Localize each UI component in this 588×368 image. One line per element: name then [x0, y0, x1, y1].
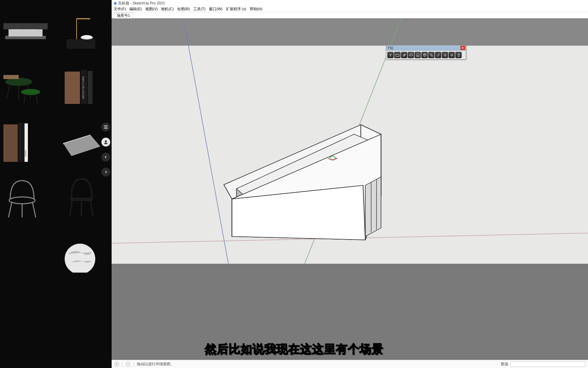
svg-rect-5 — [66, 39, 95, 49]
viewport-3d[interactable] — [112, 18, 588, 360]
svg-line-35 — [91, 200, 93, 216]
separator: | — [133, 362, 134, 366]
svg-point-59 — [431, 55, 433, 57]
chevron-right-icon[interactable] — [101, 168, 110, 177]
cloud-free-icon[interactable]: FREE — [414, 52, 421, 58]
y-icon[interactable]: Y — [387, 52, 394, 58]
menu-edit[interactable]: 编辑(E) — [129, 6, 142, 12]
svg-point-37 — [65, 244, 95, 273]
svg-marker-53 — [365, 177, 381, 236]
video-subtitle: 然后比如说我现在这这里有个场景 — [205, 341, 383, 357]
svg-text:FREE: FREE — [416, 56, 420, 57]
svg-text:DESIGN: DESIGN — [24, 150, 27, 157]
asset-rug[interactable] — [58, 119, 100, 164]
asset-globe[interactable] — [58, 228, 100, 273]
status-bar: ① | ? | 拖动以进行环绕观察。 数值 — [112, 360, 588, 368]
chevron-left-icon[interactable] — [101, 153, 110, 162]
svg-point-62 — [452, 55, 452, 56]
toolbar-title: Y站 — [388, 46, 393, 50]
folder-icon[interactable] — [394, 52, 401, 58]
settings-icon[interactable] — [448, 52, 455, 58]
menu-draw[interactable]: 绘图(R) — [177, 6, 190, 12]
asset-blank[interactable] — [3, 228, 48, 273]
asset-chair-black[interactable] — [58, 174, 100, 218]
svg-point-29 — [9, 197, 35, 204]
cloud-icon[interactable] — [408, 52, 414, 58]
extension-toolbar[interactable]: Y站 ✕ Y FREE — [386, 45, 466, 60]
avatar-icon[interactable] — [101, 138, 110, 147]
svg-point-14 — [21, 89, 40, 95]
group-icon[interactable] — [428, 52, 435, 58]
svg-point-58 — [430, 53, 431, 55]
info-icon[interactable]: ① — [114, 362, 119, 367]
measurement-input[interactable] — [510, 362, 585, 367]
trash-icon[interactable] — [455, 52, 462, 58]
svg-rect-17 — [3, 75, 19, 79]
separator: | — [122, 362, 123, 366]
menu-extensions[interactable]: 扩展程序 (x) — [226, 6, 246, 12]
svg-rect-23 — [3, 124, 18, 162]
title-bar: ◆ 无标题 - SketchUp Pro 2021 — [112, 0, 588, 6]
svg-rect-24 — [18, 123, 24, 162]
svg-rect-18 — [65, 72, 80, 104]
menu-view[interactable]: 视图(V) — [145, 6, 158, 12]
list-icon[interactable] — [101, 123, 110, 132]
menu-help[interactable]: 帮助(H) — [250, 6, 262, 12]
svg-rect-39 — [112, 18, 588, 46]
svg-line-34 — [70, 200, 72, 216]
asset-gallery[interactable]: ARCHITECTURE DESIGN — [0, 0, 100, 368]
scene-tabs: 场景号1 — [112, 12, 588, 18]
svg-rect-20 — [88, 71, 93, 104]
gear-icon[interactable] — [442, 52, 448, 58]
window-title: 无标题 - SketchUp Pro 2021 — [118, 1, 165, 6]
app-logo-icon: ◆ — [114, 1, 117, 5]
asset-chair-wire[interactable] — [3, 174, 48, 218]
leaf-icon[interactable] — [401, 52, 407, 58]
svg-line-31 — [32, 202, 36, 217]
menu-camera[interactable]: 相机(C) — [161, 6, 174, 12]
svg-rect-4 — [3, 23, 48, 29]
svg-line-15 — [24, 94, 26, 104]
status-hint: 拖动以进行环绕观察。 — [137, 362, 174, 367]
asset-nightstand-lamp[interactable] — [58, 10, 100, 55]
main-window: ◆ 无标题 - SketchUp Pro 2021 文件(F) 编辑(E) 视图… — [112, 0, 588, 368]
toolbar-header[interactable]: Y站 ✕ — [386, 45, 466, 51]
menu-tools[interactable]: 工具(T) — [193, 6, 206, 12]
svg-text:ARCHITECTURE: ARCHITECTURE — [82, 76, 84, 99]
svg-point-38 — [105, 140, 107, 142]
svg-point-60 — [444, 55, 446, 56]
menu-file[interactable]: 文件(F) — [114, 6, 126, 12]
toolbar-body: Y FREE — [386, 51, 466, 59]
asset-coffee-table[interactable] — [3, 65, 48, 109]
wrench-icon[interactable] — [435, 52, 441, 58]
cube-icon[interactable] — [421, 52, 428, 58]
svg-line-11 — [7, 83, 10, 99]
svg-rect-21 — [93, 68, 95, 104]
help-icon[interactable]: ? — [126, 362, 130, 367]
menu-bar: 文件(F) 编辑(E) 视图(V) 相机(C) 绘图(R) 工具(T) 窗口(W… — [112, 6, 588, 12]
asset-bed[interactable] — [3, 10, 48, 55]
svg-line-16 — [36, 94, 37, 104]
svg-line-30 — [9, 202, 12, 217]
close-icon[interactable]: ✕ — [460, 46, 465, 50]
svg-point-9 — [82, 35, 92, 39]
asset-panel: ARCHITECTURE DESIGN — [0, 0, 112, 368]
menu-window[interactable]: 窗口(W) — [209, 6, 223, 12]
status-value-label: 数值 — [501, 362, 508, 367]
svg-rect-33 — [70, 198, 93, 201]
panel-controls — [100, 123, 112, 177]
asset-books-1[interactable]: ARCHITECTURE — [58, 65, 100, 109]
asset-books-2[interactable]: DESIGN — [3, 119, 48, 164]
svg-rect-1 — [9, 29, 43, 36]
scene-tab-1[interactable]: 场景号1 — [114, 12, 133, 18]
